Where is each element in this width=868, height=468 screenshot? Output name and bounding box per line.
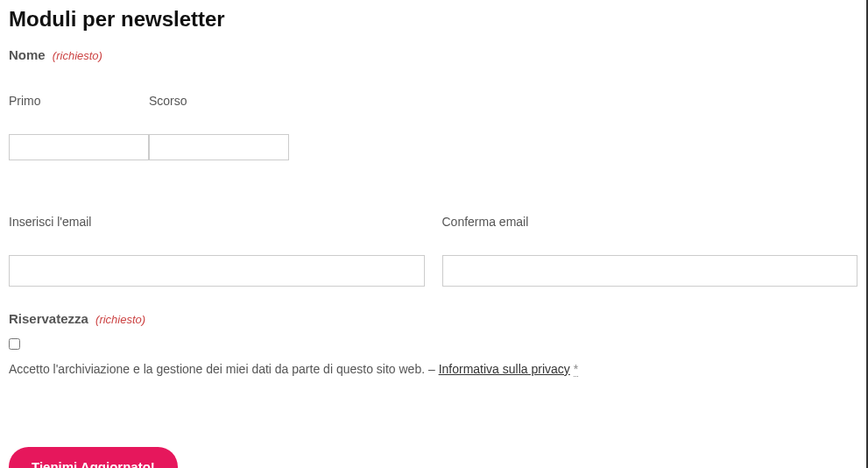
privacy-label: Riservatezza (richiesto) <box>9 311 145 326</box>
privacy-required: (richiesto) <box>95 313 145 326</box>
email-row: Inserisci l'email Conferma email <box>9 215 857 287</box>
name-label-text: Nome <box>9 47 46 62</box>
last-name-label: Scorso <box>149 94 289 108</box>
submit-button[interactable]: Tienimi Aggiornato! <box>9 447 178 468</box>
name-section: Nome (richiesto) Primo Scorso <box>9 47 857 160</box>
consent-text: Accetto l'archiviazione e la gestione de… <box>9 360 857 379</box>
last-name-input[interactable] <box>149 134 289 160</box>
consent-text-body: Accetto l'archiviazione e la gestione de… <box>9 362 439 376</box>
enter-email-col: Inserisci l'email <box>9 215 425 287</box>
name-row: Primo Scorso <box>9 94 857 160</box>
checkbox-wrap <box>9 337 857 353</box>
last-name-col: Scorso <box>149 94 289 160</box>
name-label: Nome (richiesto) <box>9 47 857 62</box>
name-required: (richiesto) <box>53 49 102 62</box>
enter-email-input[interactable] <box>9 255 425 287</box>
privacy-label-text: Riservatezza <box>9 311 88 326</box>
first-name-label: Primo <box>9 94 149 108</box>
confirm-email-label: Conferma email <box>442 215 858 229</box>
privacy-section: Riservatezza (richiesto) Accetto l'archi… <box>9 311 857 379</box>
confirm-email-col: Conferma email <box>442 215 858 287</box>
consent-checkbox[interactable] <box>9 338 20 350</box>
privacy-policy-link[interactable]: Informativa sulla privacy <box>439 362 570 376</box>
asterisk-icon: * <box>574 362 578 377</box>
enter-email-label: Inserisci l'email <box>9 215 425 229</box>
confirm-email-input[interactable] <box>442 255 858 287</box>
first-name-input[interactable] <box>9 134 149 160</box>
page-title: Moduli per newsletter <box>9 7 857 32</box>
first-name-col: Primo <box>9 94 149 160</box>
